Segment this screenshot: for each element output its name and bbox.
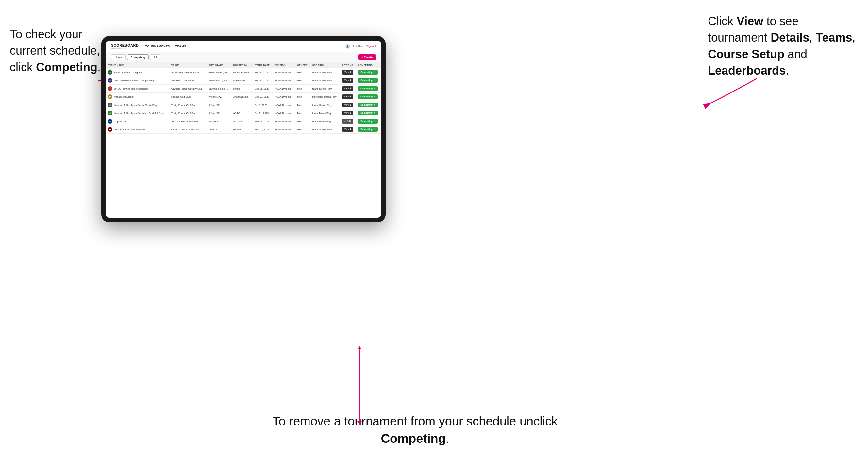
view-button[interactable]: View ℹ <box>342 94 353 99</box>
cell-scoring: team, Stroke Play <box>310 85 340 93</box>
competing-button[interactable]: Competing ✓ <box>358 78 378 83</box>
create-button[interactable]: + Create <box>358 54 376 60</box>
competing-button[interactable]: Competing ✓ <box>358 103 378 107</box>
table-header-row: EVENT NAME VENUE CITY, STATE HOSTED BY S… <box>106 62 381 68</box>
cell-start-date: Feb 15, 2024 <box>253 125 273 134</box>
cell-actions: ✏ Edit <box>340 117 356 125</box>
logo-text: SCOREBOARD <box>111 43 138 48</box>
competing-button[interactable]: Competing ✓ <box>358 94 378 99</box>
cell-event-name: P Papago Individual <box>106 93 169 101</box>
competing-button[interactable]: Competing ✓ <box>358 70 378 74</box>
team-logo: W <box>108 78 113 83</box>
cell-division: NCAA Division I <box>273 76 296 85</box>
tablet-frame: SCOREBOARD Powered by clippi TOURNAMENTS… <box>101 36 385 222</box>
cell-hosted-by: Illinois <box>231 85 253 93</box>
cell-hosted-by: Hawaii <box>231 125 253 134</box>
cell-start-date: Sep 9, 2023 <box>253 76 273 85</box>
tab-all[interactable]: All <box>150 54 160 60</box>
cell-competing: Competing ✓ <box>356 76 381 85</box>
event-name-text: Folds of Honor Collegiate <box>114 71 142 74</box>
cell-start-date: Oct 11, 2023 <box>253 109 273 117</box>
team-logo: J <box>108 111 113 115</box>
cell-city-state: Sammamish, WA <box>207 76 231 85</box>
cell-competing: Competing ✓ <box>356 68 381 76</box>
table-row: P Papago Individual Papago Golf Club Pho… <box>106 93 381 101</box>
cell-competing: Competing ✓ <box>356 85 381 93</box>
cell-scoring: team, Stroke Play <box>310 76 340 85</box>
competing-button[interactable]: Competing ✓ <box>358 86 378 91</box>
col-hosted-by: HOSTED BY <box>231 62 253 68</box>
edit-button[interactable]: ✏ Edit <box>342 119 353 124</box>
cell-start-date: Sep 18, 2023 <box>253 93 273 101</box>
app-header: SCOREBOARD Powered by clippi TOURNAMENTS… <box>106 40 381 52</box>
cell-actions: View ℹ <box>340 76 356 85</box>
logo-area: SCOREBOARD Powered by clippi <box>111 43 138 49</box>
team-logo: A <box>108 119 113 124</box>
user-icon: 👤 <box>345 44 350 49</box>
tournaments-table: EVENT NAME VENUE CITY, STATE HOSTED BY S… <box>106 62 381 134</box>
cell-gender: Men <box>295 109 310 117</box>
logo-sub: Powered by clippi <box>111 48 138 49</box>
view-button[interactable]: View ℹ <box>342 127 353 132</box>
competing-button[interactable]: Competing ✓ <box>358 127 378 132</box>
event-name-text: Copper Cup <box>114 120 127 123</box>
table-row: W 2023 Sahalee Players Championship Saha… <box>106 76 381 85</box>
view-button[interactable]: View ℹ <box>342 86 353 91</box>
table-container: EVENT NAME VENUE CITY, STATE HOSTED BY S… <box>106 62 381 218</box>
cell-division: NCAA Division I <box>273 125 296 134</box>
cell-division: NCAA Division I <box>273 85 296 93</box>
cell-hosted-by: Washington <box>231 76 253 85</box>
cell-division: NCAA Division I <box>273 93 296 101</box>
cell-city-state: Lihue, HI <box>207 125 231 134</box>
cell-event-name: W 2023 Sahalee Players Championship <box>106 76 169 85</box>
annotation-top-right: Click View to see tournament Details, Te… <box>708 13 858 79</box>
cell-actions: View ℹ <box>340 125 356 134</box>
user-text: Test User <box>352 45 364 48</box>
cell-division: NCAA Division I <box>273 109 296 117</box>
cell-scoring: team, Match Play <box>310 117 340 125</box>
cell-event-name: S Folds of Honor Collegiate <box>106 68 169 76</box>
cell-start-date: Oct 9, 2023 <box>253 101 273 109</box>
cell-competing: Competing ✓ <box>356 109 381 117</box>
cell-scoring: individual, Stroke Play <box>310 93 340 101</box>
team-logo: I <box>108 86 113 91</box>
cell-actions: View ℹ <box>340 68 356 76</box>
cell-city-state: Maricopa, AZ <box>207 117 231 125</box>
cell-division: NCAA Division I <box>273 117 296 125</box>
cell-scoring: team, Stroke Play <box>310 68 340 76</box>
team-logo: H <box>108 127 113 132</box>
view-button[interactable]: View ℹ <box>342 70 353 74</box>
tab-competing[interactable]: Competing <box>127 54 149 60</box>
cell-gender: Men <box>295 68 310 76</box>
cell-venue: Trinity Forest Golf Club <box>169 101 207 109</box>
view-button[interactable]: View ℹ <box>342 78 353 83</box>
cell-scoring: team, Match Play <box>310 109 340 117</box>
table-row: H John A. Burns Intercollegiate Ocean Co… <box>106 125 381 134</box>
cell-gender: Men <box>295 76 310 85</box>
cell-start-date: Jan 14, 2024 <box>253 117 273 125</box>
team-logo: P <box>108 94 113 99</box>
cell-actions: View ℹ <box>340 85 356 93</box>
competing-button[interactable]: Competing ✓ <box>358 119 378 124</box>
col-scoring: SCORING <box>310 62 340 68</box>
team-logo: S <box>108 70 113 74</box>
table-row: A Copper Cup Ak-Chin Southern Dunes Mari… <box>106 117 381 125</box>
nav-teams[interactable]: TEAMS <box>175 45 186 48</box>
competing-button[interactable]: Competing ✓ <box>358 111 378 115</box>
view-button[interactable]: View ℹ <box>342 103 353 107</box>
cell-hosted-by: ABAC <box>231 109 253 117</box>
cell-event-name: I OFCC Fighting Illini Invitational <box>106 85 169 93</box>
event-name-text: Jackson T. Stephens Cup – Stroke Play <box>114 103 157 106</box>
cell-hosted-by: Arizona <box>231 117 253 125</box>
nav-tournaments[interactable]: TOURNAMENTS <box>145 45 169 48</box>
cell-city-state: Grand Haven, MI <box>207 68 231 76</box>
tab-home[interactable]: Home <box>111 54 126 60</box>
cell-gender: Men <box>295 117 310 125</box>
cell-city-state: Olympia Fields, IL <box>207 85 231 93</box>
header-right: 👤 Test User Sign out <box>345 44 376 49</box>
event-name-text: Jackson T. Stephens Cup – Men's Match Pl… <box>114 112 164 115</box>
event-name-text: John A. Burns Intercollegiate <box>114 128 145 131</box>
view-button[interactable]: View ℹ <box>342 111 353 115</box>
event-name-text: OFCC Fighting Illini Invitational <box>114 87 148 90</box>
signout-link[interactable]: Sign out <box>366 45 376 48</box>
